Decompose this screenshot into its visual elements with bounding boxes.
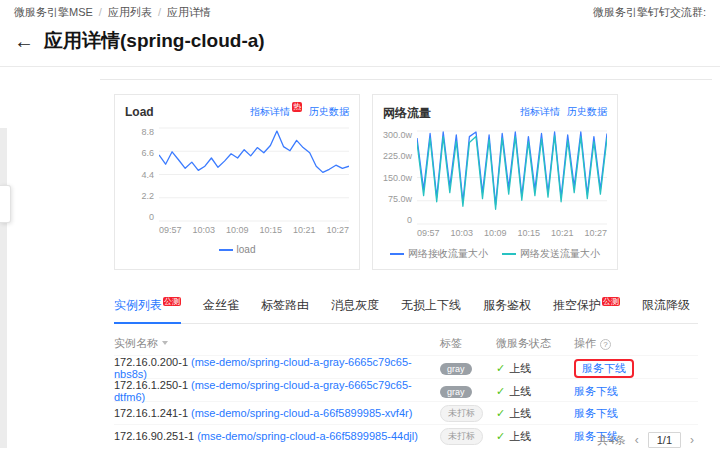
- dingtalk-group-link[interactable]: 微服务引擎钉钉交流群:: [593, 5, 706, 20]
- header-label: 操作: [574, 337, 596, 349]
- annotation-highlight: 服务下线: [574, 359, 634, 378]
- legend-item-rx[interactable]: 网络接收流量大小: [390, 247, 488, 261]
- tab-instance-list[interactable]: 实例列表公测: [114, 292, 181, 324]
- charts-row: Load 指标详情 热 历史数据 8.8 6.6 4.4 2.2 0: [114, 94, 698, 270]
- legend-label: 网络接收流量大小: [408, 247, 488, 261]
- table-row: 172.16.1.250-1(mse-demo/spring-cloud-a-g…: [114, 378, 698, 401]
- tag-cell: 未打标: [440, 428, 496, 445]
- current-page-indicator: 1/1: [648, 432, 681, 448]
- load-metric-detail-link[interactable]: 指标详情: [250, 105, 290, 119]
- breadcrumb-item-app-detail: 应用详情: [167, 5, 211, 20]
- tab-rate-limit-degrade[interactable]: 限流降级: [642, 292, 690, 323]
- instance-ip: 172.16.1.241-1: [114, 407, 188, 419]
- network-y-axis: 300.0w 225.0w 150.0w 75.0w 0: [383, 130, 417, 225]
- x-tick: 10:21: [293, 225, 316, 235]
- tab-label: 消息灰度: [331, 298, 379, 312]
- tag-cell: gray: [440, 362, 496, 375]
- breadcrumb-separator: /: [158, 6, 161, 18]
- header-instance-name: 实例名称: [114, 336, 440, 351]
- x-tick: 09:57: [159, 225, 182, 235]
- check-icon: ✓: [496, 430, 505, 442]
- pod-link[interactable]: (mse-demo/spring-cloud-a-66f5899985-44dj…: [197, 430, 418, 442]
- status-label: 上线: [509, 430, 531, 442]
- status-cell: ✓上线: [496, 406, 574, 421]
- action-cell: 服务下线: [574, 384, 698, 399]
- instance-table: 实例名称 标签 微服务状态 操作? 172.16.0.200-1(mse-dem…: [114, 332, 698, 447]
- check-icon: ✓: [496, 362, 505, 374]
- status-label: 上线: [509, 407, 531, 419]
- service-offline-link[interactable]: 服务下线: [574, 385, 618, 397]
- prev-page-icon[interactable]: ‹: [635, 433, 639, 447]
- tab-tag-routing[interactable]: 标签路由: [261, 292, 309, 323]
- tab-label: 金丝雀: [203, 298, 239, 312]
- network-chart-plot: [417, 130, 607, 225]
- x-tick: 10:03: [450, 228, 473, 238]
- topbar: 微服务引擎MSE / 应用列表 / 应用详情 微服务引擎钉钉交流群:: [0, 0, 720, 24]
- tab-message-gray[interactable]: 消息灰度: [331, 292, 379, 323]
- tab-label: 推空保护: [553, 298, 601, 312]
- mse-console-screen: 微服务引擎MSE / 应用列表 / 应用详情 微服务引擎钉钉交流群: ← 应用详…: [0, 0, 720, 451]
- tab-empty-push-protection[interactable]: 推空保护公测: [553, 292, 620, 323]
- legend-swatch-teal: [502, 253, 516, 255]
- load-history-link[interactable]: 历史数据: [309, 105, 349, 119]
- load-chart-legend: load: [125, 244, 349, 255]
- panel-expand-handle[interactable]: [0, 185, 11, 223]
- tab-label: 实例列表: [114, 298, 162, 312]
- tab-graceful-online-offline[interactable]: 无损上下线: [401, 292, 461, 323]
- beta-badge: 公测: [163, 297, 181, 306]
- x-tick: 10:09: [484, 228, 507, 238]
- y-tick: 300.0w: [383, 130, 412, 140]
- breadcrumb-item-app-list[interactable]: 应用列表: [108, 5, 152, 20]
- load-chart-title: Load: [125, 105, 154, 119]
- table-row: 172.16.0.200-1(mse-demo/spring-cloud-a-g…: [114, 355, 698, 378]
- tag-badge: 未打标: [440, 405, 483, 422]
- legend-swatch-blue: [390, 253, 404, 255]
- network-history-link[interactable]: 历史数据: [567, 105, 607, 119]
- help-icon[interactable]: ?: [600, 339, 611, 350]
- x-tick: 10:15: [517, 228, 540, 238]
- load-chart-plot: [159, 127, 349, 222]
- header-action: 操作?: [574, 336, 698, 351]
- x-tick: 10:27: [326, 225, 349, 235]
- tab-bar: 实例列表公测 金丝雀 标签路由 消息灰度 无损上下线 服务鉴权 推空保护公测 限…: [114, 292, 698, 324]
- y-tick: 6.6: [141, 148, 154, 158]
- header-tag: 标签: [440, 336, 496, 351]
- main-content: Load 指标详情 热 历史数据 8.8 6.6 4.4 2.2 0: [100, 79, 712, 451]
- tab-label: 限流降级: [642, 298, 690, 312]
- instance-ip: 172.16.90.251-1: [114, 430, 194, 442]
- network-chart-card: 网络流量 指标详情 历史数据 300.0w 225.0w 150.0w 75.0…: [372, 94, 618, 270]
- load-y-axis: 8.8 6.6 4.4 2.2 0: [125, 127, 159, 222]
- y-tick: 0: [407, 215, 412, 225]
- back-arrow-icon[interactable]: ←: [14, 31, 34, 51]
- service-offline-link[interactable]: 服务下线: [574, 407, 618, 419]
- breadcrumb-item-mse[interactable]: 微服务引擎MSE: [14, 5, 93, 20]
- y-tick: 0: [149, 212, 154, 222]
- service-offline-link[interactable]: 服务下线: [582, 362, 626, 374]
- instance-name-cell: 172.16.1.250-1(mse-demo/spring-cloud-a-g…: [114, 379, 440, 403]
- legend-item-tx[interactable]: 网络发送流量大小: [502, 247, 600, 261]
- instance-name-cell: 172.16.0.200-1(mse-demo/spring-cloud-a-g…: [114, 356, 440, 380]
- title-bar: ← 应用详情(spring-cloud-a): [0, 24, 720, 67]
- network-x-axis: 09:57 10:03 10:09 10:15 10:21 10:27: [417, 228, 607, 238]
- legend-label: 网络发送流量大小: [520, 247, 600, 261]
- tab-label: 无损上下线: [401, 298, 461, 312]
- tab-service-auth[interactable]: 服务鉴权: [483, 292, 531, 323]
- table-row: 172.16.1.241-1(mse-demo/spring-cloud-a-6…: [114, 401, 698, 424]
- header-status: 微服务状态: [496, 336, 574, 351]
- status-cell: ✓上线: [496, 384, 574, 399]
- page-title: 应用详情(spring-cloud-a): [44, 28, 265, 54]
- x-tick: 10:09: [226, 225, 249, 235]
- network-metric-detail-link[interactable]: 指标详情: [520, 105, 560, 119]
- next-page-icon[interactable]: ›: [690, 433, 694, 447]
- tab-canary[interactable]: 金丝雀: [203, 292, 239, 323]
- header-label: 实例名称: [114, 337, 158, 349]
- action-cell: 服务下线: [574, 359, 698, 378]
- pod-link[interactable]: (mse-demo/spring-cloud-a-66f5899985-xvf4…: [191, 407, 412, 419]
- collapsed-panel-strip: [0, 128, 7, 448]
- status-cell: ✓上线: [496, 361, 574, 376]
- x-tick: 09:57: [417, 228, 440, 238]
- filter-icon[interactable]: [162, 341, 168, 348]
- legend-item-load[interactable]: load: [219, 244, 256, 255]
- network-chart-legend: 网络接收流量大小 网络发送流量大小: [383, 247, 607, 261]
- status-label: 上线: [509, 362, 531, 374]
